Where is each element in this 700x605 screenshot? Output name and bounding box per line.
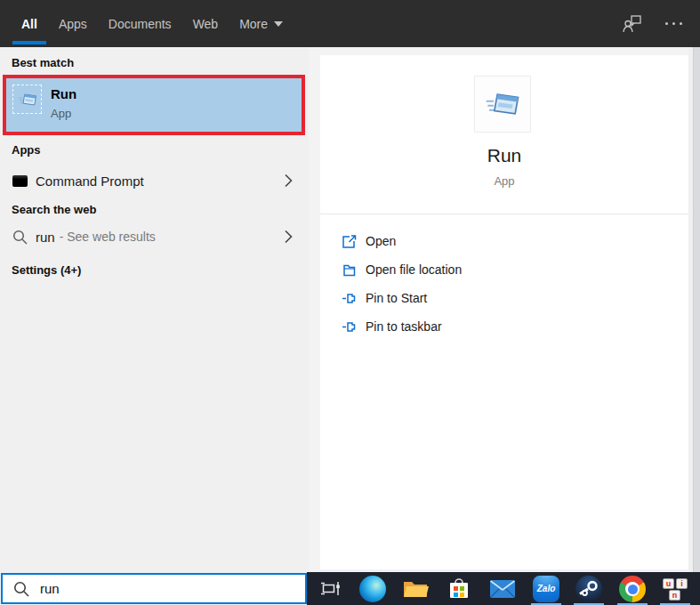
tab-all[interactable]: All — [11, 0, 48, 47]
action-open[interactable]: Open — [320, 227, 688, 255]
preview-subtitle: App — [320, 174, 688, 188]
action-open-label: Open — [366, 234, 396, 248]
run-app-tile — [12, 85, 42, 114]
search-header: All Apps Documents Web More — [0, 0, 700, 47]
web-search-query: run — [36, 230, 55, 245]
unikey-key-n: n — [669, 590, 680, 601]
action-pin-to-taskbar[interactable]: Pin to taskbar — [320, 312, 688, 341]
tab-all-label: All — [21, 17, 37, 31]
action-open-file-location[interactable]: Open file location — [320, 255, 688, 284]
mail-icon[interactable] — [489, 576, 516, 602]
preview-title: Run — [320, 145, 688, 166]
tab-apps[interactable]: Apps — [48, 0, 98, 47]
command-prompt-icon — [12, 175, 28, 187]
best-match-title: Run — [51, 86, 76, 101]
result-command-prompt-label: Command Prompt — [36, 173, 144, 189]
result-web-search[interactable]: run - See web results — [0, 223, 309, 250]
web-search-suffix: - See web results — [60, 230, 156, 244]
best-match-result-run[interactable]: Run App — [3, 75, 305, 135]
result-command-prompt[interactable]: Command Prompt — [0, 167, 309, 194]
desktop-edge-strip — [688, 47, 700, 572]
preview-actions: Open Open file location Pin to Start Pin… — [320, 227, 688, 341]
preview-app-tile — [474, 76, 531, 133]
best-match-section-label: Best match — [12, 56, 74, 69]
settings-section-label[interactable]: Settings (4+) — [12, 263, 81, 277]
action-pin-to-start-label: Pin to Start — [366, 291, 427, 305]
chevron-right-icon[interactable] — [285, 174, 293, 188]
tab-web[interactable]: Web — [182, 0, 229, 47]
tab-more-label: More — [239, 17, 268, 31]
windows-search-screen: { "header": { "tabs": [ { "label": "All"… — [0, 0, 700, 605]
search-input[interactable] — [40, 581, 262, 596]
web-section-label: Search the web — [12, 203, 96, 216]
tab-documents-label: Documents — [109, 17, 172, 31]
tab-apps-label: Apps — [59, 17, 87, 31]
zalo-label: Zalo — [537, 584, 556, 593]
chrome-icon[interactable] — [619, 576, 646, 602]
zalo-icon[interactable]: Zalo — [533, 576, 559, 602]
microsoft-store-icon[interactable] — [446, 576, 472, 602]
action-pin-to-start[interactable]: Pin to Start — [320, 284, 688, 312]
steam-icon[interactable] — [575, 576, 602, 602]
tab-web-label: Web — [193, 17, 219, 31]
pin-icon — [341, 319, 357, 335]
apps-section-label: Apps — [12, 143, 41, 157]
open-icon — [341, 234, 357, 249]
divider — [320, 214, 688, 214]
edge-icon[interactable] — [359, 576, 386, 602]
search-bar[interactable] — [1, 573, 307, 604]
chevron-down-icon — [274, 21, 283, 27]
result-preview-panel: Run App Open Open file location Pin to S… — [320, 55, 688, 569]
search-icon — [13, 581, 29, 597]
search-icon — [12, 230, 28, 245]
search-results-panel: Best match Run App Apps Command Prompt S… — [0, 47, 309, 572]
action-pin-to-taskbar-label: Pin to taskbar — [366, 319, 442, 334]
tab-documents[interactable]: Documents — [98, 0, 182, 47]
file-explorer-icon[interactable] — [402, 576, 429, 602]
chevron-right-icon[interactable] — [285, 230, 293, 244]
run-icon — [485, 86, 520, 122]
tab-more[interactable]: More — [229, 0, 294, 47]
feedback-icon[interactable] — [621, 12, 644, 36]
filter-tabs: All Apps Documents Web More — [11, 0, 294, 47]
pin-icon — [341, 291, 357, 306]
unikey-key-i: i — [676, 578, 688, 589]
action-open-file-location-label: Open file location — [366, 262, 462, 277]
task-view-icon[interactable] — [318, 578, 342, 599]
run-icon — [18, 90, 37, 109]
open-file-location-icon — [341, 262, 357, 278]
more-options-icon[interactable] — [664, 17, 684, 30]
unikey-key-u: u — [663, 578, 674, 589]
unikey-icon[interactable]: u i n — [662, 576, 688, 602]
header-icons — [621, 0, 684, 47]
best-match-subtitle: App — [51, 107, 71, 120]
taskbar: Zalo u i n — [307, 572, 700, 605]
